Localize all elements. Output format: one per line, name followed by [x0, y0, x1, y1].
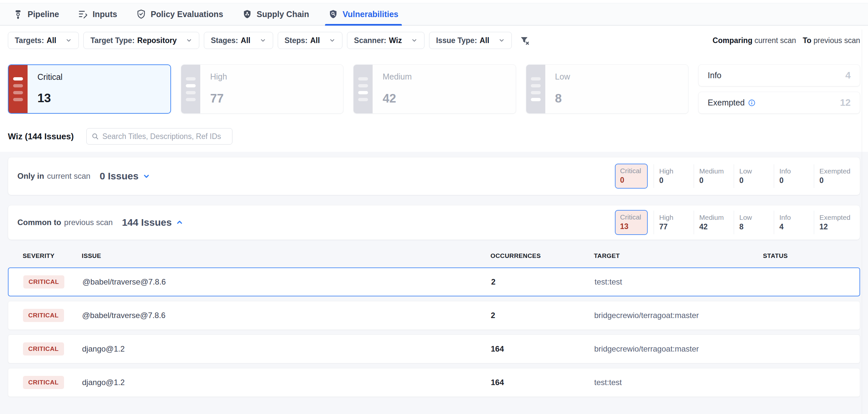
chip-label: Info	[779, 167, 791, 175]
exempted-label-text: Exempted	[708, 98, 745, 108]
tab-vulnerabilities[interactable]: Vulnerabilities	[328, 3, 399, 25]
severity-card[interactable]: Low 8	[526, 64, 688, 114]
severity-level-icon	[526, 65, 545, 113]
comparing-previous: previous scan	[813, 36, 860, 45]
tab-label: Pipeline	[28, 9, 59, 19]
issues-table-body: CRITICAL @babel/traverse@7.8.6 2 test:te…	[8, 267, 860, 397]
tab-inputs[interactable]: Inputs	[78, 3, 117, 25]
pipeline-icon	[13, 9, 23, 19]
chevron-down-icon	[411, 37, 417, 44]
severity-chip[interactable]: Low 0	[734, 164, 774, 188]
search-input[interactable]	[102, 132, 227, 141]
chevron-down-icon	[65, 37, 72, 44]
info-card[interactable]: Info 4	[698, 64, 860, 86]
chevron-up-icon	[175, 218, 184, 227]
cell-occurrences: 2	[491, 311, 594, 320]
exempted-card-label: Exempted	[708, 98, 756, 108]
filter-value: All	[241, 36, 250, 45]
tab-label: Policy Evaluations	[151, 9, 223, 19]
column-header-severity: SEVERITY	[23, 252, 82, 260]
chip-count: 0	[620, 176, 641, 185]
table-row[interactable]: CRITICAL django@1.2 164 test:test	[8, 368, 860, 397]
column-header-target: TARGET	[594, 252, 763, 260]
chip-count: 0	[739, 176, 752, 185]
search-icon	[91, 132, 99, 140]
section-issues-toggle[interactable]: 144 Issues	[122, 217, 184, 228]
severity-chip[interactable]: Medium 0	[694, 164, 734, 188]
table-row[interactable]: CRITICAL django@1.2 164 bridgecrewio/ter…	[8, 334, 860, 363]
severity-card[interactable]: High 77	[181, 64, 343, 114]
severity-card[interactable]: Medium 42	[353, 64, 516, 114]
severity-chip[interactable]: Info 0	[774, 164, 814, 188]
filter-dropdown[interactable]: Targets: All	[8, 32, 79, 49]
filter-dropdown[interactable]: Issue Type: All	[429, 32, 512, 49]
chip-label: High	[659, 213, 673, 221]
cell-occurrences: 2	[491, 277, 594, 287]
tab-label: Vulnerabilities	[343, 9, 399, 19]
filter-value: All	[479, 36, 489, 45]
filter-dropdown[interactable]: Scanner: Wiz	[347, 32, 425, 49]
chip-label: Info	[779, 213, 791, 221]
column-header-status: STATUS	[763, 252, 860, 260]
column-header-occurrences: OCCURRENCES	[491, 252, 594, 260]
severity-chip[interactable]: Info 4	[774, 211, 814, 234]
tab-pipeline[interactable]: Pipeline	[13, 3, 59, 25]
severity-chip[interactable]: High 77	[654, 211, 694, 234]
severity-card-count: 77	[210, 92, 337, 106]
filter-dropdown[interactable]: Target Type: Repository	[83, 32, 199, 49]
severity-chip[interactable]: Critical 0	[615, 164, 648, 188]
chip-count: 0	[699, 176, 724, 185]
filter-dropdown[interactable]: Steps: All	[278, 32, 343, 49]
severity-card-label: Critical	[37, 72, 164, 82]
severity-chip[interactable]: Exempted 12	[814, 211, 854, 234]
severity-chip[interactable]: Critical 13	[615, 211, 648, 234]
scanner-heading-row: Wiz (144 Issues)	[0, 125, 868, 152]
filter-value: All	[46, 36, 56, 45]
tab-label: Supply Chain	[257, 9, 309, 19]
tab-policy-evaluations[interactable]: Policy Evaluations	[136, 3, 223, 25]
filter-label: Target Type:	[90, 36, 134, 45]
chip-count: 42	[699, 223, 724, 231]
section-only-in-current-scan: Only in current scan 0 Issues Critical 0	[8, 157, 860, 195]
top-tab-bar: Pipeline Inputs Policy Evaluations	[0, 3, 868, 26]
chevron-down-icon	[186, 37, 192, 44]
chip-label: High	[659, 167, 673, 175]
chip-count: 4	[779, 223, 791, 231]
vulnerabilities-page: Pipeline Inputs Policy Evaluations	[0, 0, 868, 414]
chip-label: Exempted	[819, 213, 850, 221]
filter-clear-icon	[520, 35, 530, 45]
chip-count: 77	[659, 223, 673, 231]
tab-label: Inputs	[93, 9, 117, 19]
section-issues-toggle[interactable]: 0 Issues	[99, 171, 151, 182]
chip-label: Exempted	[819, 167, 850, 175]
filter-label: Steps:	[285, 36, 308, 45]
filter-dropdown[interactable]: Stages: All	[204, 32, 273, 49]
filter-bar: Targets: All Target Type: Repository Sta…	[0, 26, 868, 55]
chip-label: Low	[739, 167, 752, 175]
window-top-strip	[0, 0, 868, 3]
chip-count: 0	[819, 176, 850, 185]
info-icon[interactable]	[748, 99, 756, 107]
cell-issue: django@1.2	[82, 344, 491, 354]
shield-search-icon	[328, 9, 338, 19]
table-row[interactable]: CRITICAL @babel/traverse@7.8.6 2 test:te…	[8, 267, 860, 296]
severity-chip[interactable]: Low 8	[734, 211, 774, 234]
chip-label: Critical	[620, 213, 641, 221]
table-row[interactable]: CRITICAL @babel/traverse@7.8.6 2 bridgec…	[8, 301, 860, 330]
info-card-count: 4	[845, 70, 850, 81]
chip-count: 0	[779, 176, 791, 185]
chip-count: 0	[659, 176, 673, 185]
clear-filters-button[interactable]	[520, 35, 530, 45]
exempted-card[interactable]: Exempted 12	[698, 92, 860, 114]
cell-issue: @babel/traverse@7.8.6	[83, 277, 491, 287]
severity-chip[interactable]: Exempted 0	[814, 164, 854, 188]
scroll-track[interactable]	[862, 30, 862, 414]
shield-network-icon	[242, 9, 252, 19]
severity-chip[interactable]: Medium 42	[694, 211, 734, 234]
search-box[interactable]	[86, 128, 232, 145]
filter-label: Targets:	[15, 36, 44, 45]
severity-card-label: High	[210, 72, 337, 82]
severity-chip[interactable]: High 0	[654, 164, 694, 188]
tab-supply-chain[interactable]: Supply Chain	[242, 3, 309, 25]
severity-card[interactable]: Critical 13	[8, 64, 171, 114]
